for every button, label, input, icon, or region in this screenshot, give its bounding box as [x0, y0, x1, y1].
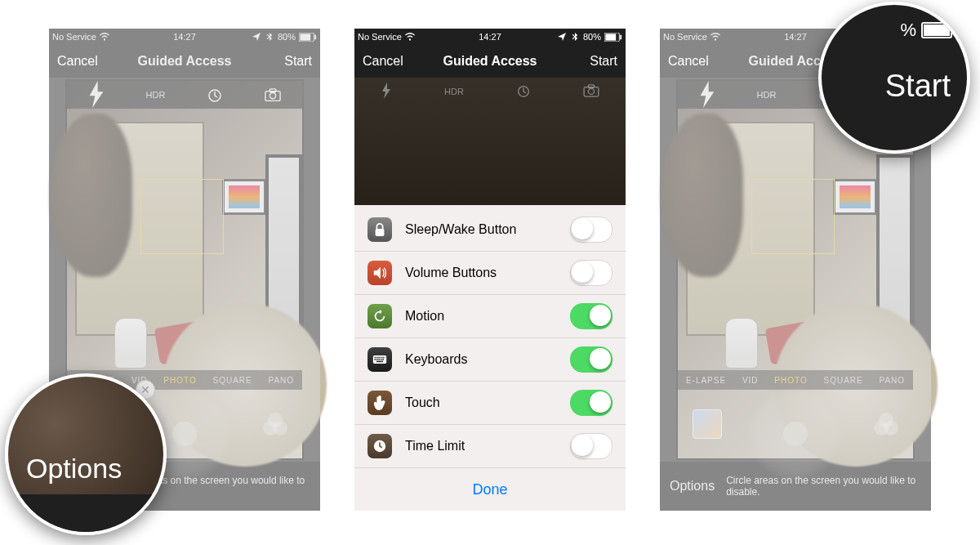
options-sheet: Sleep/Wake Button Volume Buttons Motion	[354, 205, 626, 511]
mode-video[interactable]: VID	[742, 376, 759, 385]
timer-icon	[516, 83, 531, 100]
phone-center: No Service 14:27 80% Cancel Guided Acces…	[354, 29, 626, 511]
hdr-label[interactable]: HDR	[757, 90, 777, 100]
battery-icon	[921, 22, 952, 38]
status-bar: No Service 14:27 80%	[354, 29, 626, 45]
option-label: Touch	[405, 395, 557, 410]
option-volume: Volume Buttons	[354, 251, 626, 294]
callout-start: % Start	[818, 2, 970, 154]
toggle-motion[interactable]	[570, 303, 612, 329]
screenshot-stage: No Service 14:27 80% Cancel Guided Acces…	[0, 0, 980, 545]
mode-square[interactable]: SQUARE	[823, 376, 862, 385]
flash-icon	[381, 83, 392, 101]
svg-rect-25	[381, 359, 382, 360]
guided-access-circle	[746, 385, 844, 483]
toggle-volume[interactable]	[570, 260, 612, 286]
dim-above-sheet: HDR	[354, 78, 626, 205]
option-keyboards: Keyboards	[354, 337, 626, 381]
cancel-button[interactable]: Cancel	[363, 54, 403, 69]
done-button[interactable]: Done	[354, 467, 626, 511]
hdr-label: HDR	[444, 87, 464, 96]
filters-icon[interactable]	[874, 413, 898, 437]
flip-camera-icon	[583, 84, 599, 99]
svg-rect-18	[378, 357, 380, 359]
toggle-touch[interactable]	[570, 390, 612, 416]
keyboard-icon	[368, 347, 392, 372]
toggle-sleep-wake[interactable]	[570, 217, 612, 243]
volume-icon	[368, 261, 392, 285]
option-sleep-wake: Sleep/Wake Button	[354, 208, 626, 251]
flip-camera-icon[interactable]	[265, 87, 281, 103]
option-label: Motion	[405, 309, 557, 324]
focus-square	[751, 179, 835, 254]
nav-bar: Cancel Guided Access Start	[354, 45, 626, 78]
focus-square	[140, 179, 224, 254]
svg-point-12	[588, 88, 594, 94]
svg-rect-17	[376, 357, 378, 359]
option-touch: Touch	[354, 381, 626, 424]
option-label: Time Limit	[405, 439, 557, 453]
svg-point-5	[270, 92, 276, 98]
filters-icon[interactable]	[263, 413, 287, 437]
cancel-button[interactable]: Cancel	[57, 54, 98, 69]
camera-top-controls: HDR	[67, 81, 302, 109]
mode-timelapse[interactable]: E-LAPSE	[686, 376, 726, 385]
svg-rect-26	[382, 359, 384, 360]
callout-start-pct: %	[900, 20, 916, 41]
svg-rect-27	[376, 361, 383, 363]
svg-rect-20	[382, 357, 384, 359]
svg-rect-13	[588, 85, 594, 88]
flash-icon[interactable]	[699, 87, 715, 103]
svg-rect-6	[270, 89, 276, 92]
start-button[interactable]: Start	[284, 54, 312, 69]
clock-label: 14:27	[49, 32, 320, 42]
svg-rect-16	[374, 357, 376, 359]
svg-rect-24	[378, 359, 380, 360]
mode-pano[interactable]: PANO	[879, 376, 905, 385]
options-sheet-backdrop: HDR Sleep/Wake Button Volum	[354, 78, 626, 511]
mode-photo[interactable]: PHOTO	[774, 376, 807, 385]
clock-icon	[368, 434, 392, 458]
flash-icon[interactable]	[88, 87, 105, 103]
mode-square[interactable]: SQUARE	[212, 376, 252, 385]
svg-rect-22	[374, 359, 376, 360]
cancel-button[interactable]: Cancel	[668, 54, 709, 69]
start-button[interactable]: Start	[590, 54, 617, 69]
toggle-time-limit[interactable]	[570, 433, 612, 459]
svg-rect-19	[381, 357, 382, 359]
options-button[interactable]: Options	[670, 479, 715, 494]
svg-rect-21	[385, 357, 385, 359]
option-motion: Motion	[354, 294, 626, 337]
svg-rect-23	[376, 359, 378, 360]
mode-photo[interactable]: PHOTO	[163, 376, 196, 385]
clock-label: 14:27	[354, 32, 626, 42]
option-label: Volume Buttons	[405, 266, 557, 280]
toggle-keyboards[interactable]	[570, 346, 612, 373]
option-time-limit: Time Limit	[354, 424, 626, 467]
svg-rect-14	[376, 229, 385, 236]
nav-bar: Cancel Guided Access Start	[49, 45, 320, 78]
callout-start-status: %	[900, 20, 952, 41]
option-label: Keyboards	[405, 352, 557, 367]
done-label: Done	[472, 481, 507, 498]
callout-start-label: Start	[885, 69, 951, 104]
status-bar: No Service 14:27 80%	[49, 29, 320, 45]
mode-pano[interactable]: PANO	[268, 376, 294, 385]
motion-icon	[368, 304, 392, 328]
timer-icon[interactable]	[207, 87, 223, 103]
callout-options-label: Options	[26, 453, 122, 485]
callout-options: Options	[5, 373, 167, 535]
lock-icon	[368, 217, 392, 242]
hdr-label[interactable]: HDR	[146, 90, 166, 100]
hint-text: Circle areas on the screen you would lik…	[726, 475, 921, 498]
touch-icon	[368, 391, 392, 415]
photo-thumbnail[interactable]	[693, 409, 722, 439]
option-label: Sleep/Wake Button	[405, 222, 557, 237]
